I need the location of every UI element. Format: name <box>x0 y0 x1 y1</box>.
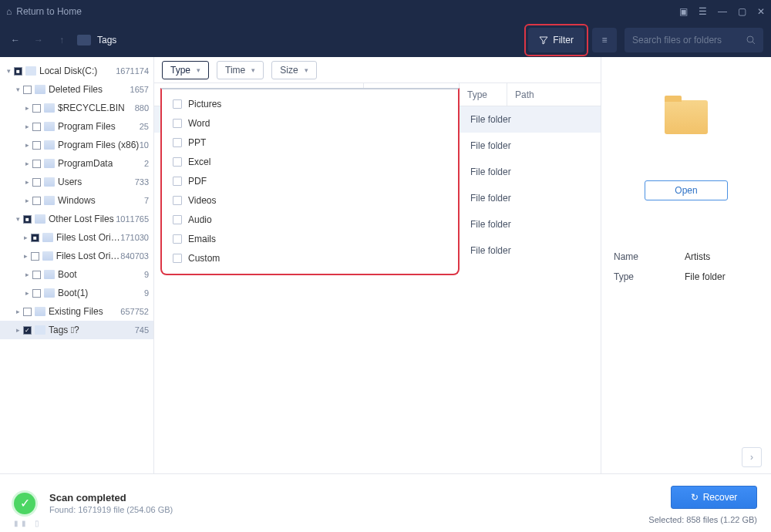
tree-row[interactable]: ▸■Files Lost Origi... ⃝?171030 <box>0 228 153 247</box>
tree-checkbox[interactable] <box>32 197 41 205</box>
scan-status-title: Scan completed <box>49 492 173 503</box>
tree-row[interactable]: ▸$RECYCLE.BIN880 <box>0 99 153 117</box>
nav-up-button[interactable]: ↑ <box>54 32 69 48</box>
folder-icon <box>44 288 55 298</box>
col-path[interactable]: Path <box>507 83 601 106</box>
option-checkbox[interactable] <box>173 177 182 186</box>
tree-row[interactable]: ▸Program Files (x86)10 <box>0 136 153 154</box>
option-checkbox[interactable] <box>173 119 182 128</box>
type-option[interactable]: PDF <box>165 171 455 190</box>
list-icon: ≡ <box>601 35 607 45</box>
tree-checkbox[interactable] <box>32 289 41 298</box>
tree-checkbox[interactable]: ■ <box>23 215 32 224</box>
open-button[interactable]: Open <box>645 180 728 200</box>
tree-label: Files Lost Original ... <box>56 251 121 261</box>
tree-row[interactable]: ▸Existing Files657752 <box>0 302 153 321</box>
filter-type-pill[interactable]: Type ▾ <box>162 61 209 79</box>
tree-checkbox[interactable] <box>23 308 32 316</box>
type-option[interactable]: Audio <box>165 210 455 229</box>
tree-checkbox[interactable] <box>32 178 41 187</box>
type-option[interactable]: Custom <box>165 248 455 268</box>
tree-count: 2 <box>144 159 149 168</box>
search-input[interactable] <box>632 35 740 45</box>
folder-icon <box>44 177 55 187</box>
chevron-icon: ▸ <box>23 141 31 149</box>
tree-label: Program Files <box>58 121 116 132</box>
type-dropdown[interactable]: PicturesWordPPTExcelPDFVideosAudioEmails… <box>160 88 460 275</box>
tree-row[interactable]: ▾Deleted Files1657 <box>0 80 153 99</box>
chevron-down-icon: ▾ <box>305 66 308 74</box>
option-checkbox[interactable] <box>173 254 182 263</box>
chevron-icon: ▾ <box>5 67 12 75</box>
tree-row[interactable]: ▾■Other Lost Files1011765 <box>0 210 153 228</box>
col-type[interactable]: Type <box>460 83 507 106</box>
option-checkbox[interactable] <box>173 196 182 205</box>
recover-label: Recover <box>703 492 738 503</box>
option-label: PDF <box>188 176 207 187</box>
return-home-button[interactable]: ⌂ Return to Home <box>6 6 82 17</box>
home-icon: ⌂ <box>6 6 12 17</box>
tree-checkbox[interactable]: ■ <box>14 67 22 76</box>
filter-size-pill[interactable]: Size ▾ <box>271 61 316 79</box>
option-checkbox[interactable] <box>173 157 182 167</box>
option-checkbox[interactable] <box>173 99 182 109</box>
row-type: File folder <box>470 140 511 151</box>
tree-checkbox[interactable] <box>32 104 41 113</box>
filter-label: Filter <box>553 35 574 45</box>
folder-icon <box>44 103 55 113</box>
next-page-button[interactable]: › <box>742 447 762 467</box>
type-option[interactable]: Word <box>165 113 455 133</box>
tree-checkbox[interactable] <box>23 86 32 94</box>
type-option[interactable]: Pictures <box>165 94 455 113</box>
filter-button[interactable]: Filter <box>528 28 584 52</box>
tree-checkbox[interactable] <box>32 160 41 168</box>
filter-type-label: Type <box>170 65 190 76</box>
tree-row[interactable]: ▸Users733 <box>0 173 153 191</box>
view-toggle-button[interactable]: ≡ <box>592 28 617 52</box>
type-option[interactable]: PPT <box>165 133 455 152</box>
tree-row[interactable]: ▸✓Tags ⃝?745 <box>0 321 153 339</box>
recover-button[interactable]: ↻ Recover <box>671 486 757 509</box>
tree-row[interactable]: ▸Program Files25 <box>0 117 153 136</box>
option-checkbox[interactable] <box>173 215 182 224</box>
option-checkbox[interactable] <box>173 138 182 147</box>
tree-checkbox[interactable] <box>32 271 41 279</box>
type-option[interactable]: Emails <box>165 229 455 248</box>
tree-checkbox[interactable] <box>31 252 39 261</box>
tree-row[interactable]: ▸Boot(1)9 <box>0 284 153 302</box>
option-checkbox[interactable] <box>173 234 182 244</box>
pause-stop-controls[interactable]: ▮▮ ▯ <box>14 519 42 527</box>
menu-icon[interactable]: ☰ <box>699 6 707 17</box>
tree-row[interactable]: ▸Files Lost Original ...840703 <box>0 247 153 265</box>
sidebar-tree[interactable]: ▾■Local Disk(C:)1671174▾Deleted Files165… <box>0 57 154 473</box>
chevron-icon: ▸ <box>23 252 29 260</box>
tree-row[interactable]: ▾■Local Disk(C:)1671174 <box>0 62 153 80</box>
filter-time-pill[interactable]: Time ▾ <box>217 61 264 79</box>
tree-checkbox[interactable]: ✓ <box>23 326 32 335</box>
tree-label: $RECYCLE.BIN <box>58 103 125 113</box>
tree-checkbox[interactable] <box>32 123 41 131</box>
tree-count: 10 <box>140 140 149 150</box>
nav-back-button[interactable]: ← <box>8 32 23 48</box>
search-field[interactable] <box>625 28 763 52</box>
filter-icon <box>539 35 548 45</box>
filter-bar: Type ▾ Time ▾ Size ▾ <box>154 57 601 83</box>
tree-checkbox[interactable]: ■ <box>31 234 39 242</box>
nav-forward-button[interactable]: → <box>31 32 46 48</box>
close-icon[interactable]: ✕ <box>757 6 765 17</box>
option-label: Audio <box>188 214 212 225</box>
minimize-icon[interactable]: — <box>718 6 727 17</box>
tree-count: 25 <box>140 122 149 131</box>
folder-preview-icon <box>665 100 708 134</box>
tree-row[interactable]: ▸Boot9 <box>0 265 153 284</box>
layout-icon[interactable]: ▣ <box>679 6 688 17</box>
type-option[interactable]: Videos <box>165 190 455 210</box>
folder-icon <box>42 251 53 261</box>
tree-checkbox[interactable] <box>32 141 41 150</box>
tree-row[interactable]: ▸ProgramData2 <box>0 154 153 173</box>
folder-icon <box>35 214 45 224</box>
tree-row[interactable]: ▸Windows7 <box>0 191 153 210</box>
type-option[interactable]: Excel <box>165 152 455 171</box>
detail-type-key: Type <box>614 271 685 282</box>
maximize-icon[interactable]: ▢ <box>738 6 746 17</box>
